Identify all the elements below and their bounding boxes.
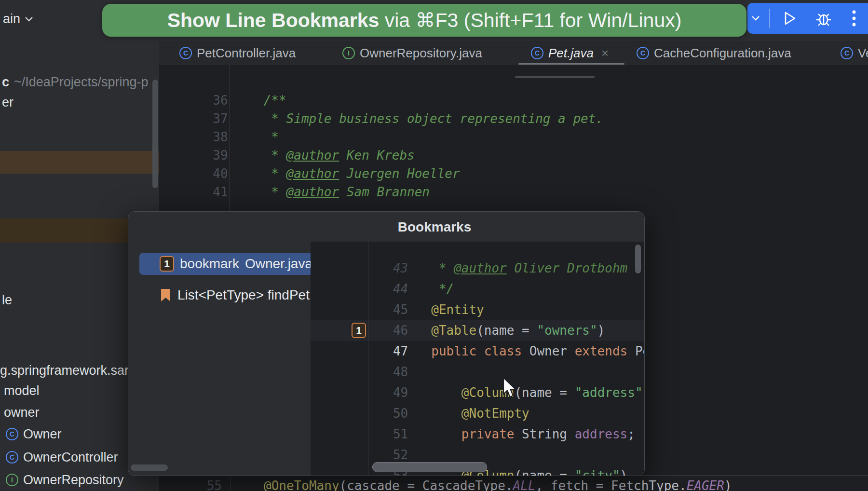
line-number: 55 — [159, 477, 222, 491]
ide-window: c ~/IdeaProjects/spring-p er le g.spring… — [0, 0, 868, 491]
mnemonic-badge: 1 — [352, 323, 366, 338]
tab-cacheconfiguration[interactable]: C CacheConfiguration.java — [637, 41, 791, 65]
popup-title: Bookmarks — [128, 219, 644, 235]
project-root-name: c — [2, 72, 9, 92]
project-row-partial[interactable]: er — [2, 93, 161, 112]
bookmark-label: bookmark — [180, 256, 239, 272]
interface-icon: I — [342, 47, 355, 59]
preview-line: 51 private String address; — [311, 403, 644, 424]
more-icon[interactable] — [852, 10, 856, 27]
project-scrollbar[interactable] — [152, 80, 158, 188]
editor-divider-line — [646, 333, 868, 333]
bookmark-list-item-selected[interactable]: 1 bookmark Owner.java — [139, 253, 331, 275]
branch-selector[interactable]: ain — [3, 12, 33, 27]
editor-line: 41 * @author Sam Brannen — [159, 164, 868, 183]
class-icon: C — [6, 428, 18, 440]
editor-tab-bar: C PetController.java I OwnerRepository.j… — [159, 41, 868, 65]
class-icon: C — [179, 47, 192, 59]
banner-text: via ⌘F3 (Shift+F11 for Win/Linux) — [379, 4, 681, 37]
mouse-cursor — [502, 377, 518, 399]
project-row-label: le — [2, 290, 12, 310]
editor-line: 37 * Simple business object representing… — [159, 91, 868, 109]
editor-line: 40 * @author Juergen Hoeller — [159, 146, 868, 164]
code-line: @OneToMany(cascade = CascadeType.ALL, fe… — [264, 477, 732, 491]
preview-line: 49 @Column(name = "address") — [311, 362, 644, 382]
tab-label: OwnerRepository.java — [360, 46, 482, 61]
preview-line: 46@Table(name = "owners") — [311, 300, 644, 320]
editor-line: 39 * @author Ken Krebs — [159, 128, 868, 146]
active-tab-underline — [518, 63, 624, 65]
project-root-row[interactable]: c ~/IdeaProjects/spring-p — [2, 72, 161, 92]
banner-bold-text: Show Line Bookmarks — [167, 4, 380, 37]
editor-gutter-separator — [230, 476, 231, 491]
chevron-down-icon — [25, 17, 33, 22]
tab-label: Ve — [858, 46, 868, 61]
preview-horizontal-scrollbar[interactable] — [372, 462, 487, 472]
bookmark-label: List<PetType> findPet — [177, 287, 310, 303]
preview-vertical-scrollbar[interactable] — [635, 245, 641, 273]
list-horizontal-scrollbar[interactable] — [131, 464, 168, 471]
class-icon: C — [6, 451, 18, 464]
editor-top-scrollbar[interactable] — [515, 76, 595, 78]
bookmark-list-item[interactable]: List<PetType> findPet — [139, 283, 332, 307]
tab-pet-active[interactable]: C Pet.java × — [531, 41, 609, 65]
tab-label: PetController.java — [197, 46, 296, 61]
bookmark-preview-pane[interactable]: 43 * @author Oliver Drotbohm 44 */ 45@En… — [311, 242, 644, 476]
project-row-label: er — [2, 93, 14, 112]
class-icon: C — [637, 47, 649, 59]
bookmark-flag-icon — [161, 288, 171, 302]
preview-line: 45@Entity — [311, 279, 644, 300]
bookmarks-popup: Bookmarks 1 bookmark Owner.java List<Pet… — [128, 211, 645, 476]
debug-icon[interactable] — [815, 10, 832, 27]
project-row-label: owner — [4, 403, 40, 422]
preview-line: 52 — [311, 424, 644, 445]
got-it-tooltip-banner[interactable]: Show Line Bookmarks via ⌘F3 (Shift+F11 f… — [102, 4, 746, 37]
close-icon[interactable]: × — [601, 46, 609, 61]
preview-line: 50 @NotEmpty — [311, 382, 644, 403]
interface-icon: I — [6, 474, 18, 486]
bookmark-file: Owner.java — [245, 256, 312, 272]
project-row-label: model — [4, 381, 40, 400]
class-icon: C — [841, 47, 853, 59]
project-row-label: g.springframework.sar — [0, 361, 129, 380]
branch-name: ain — [3, 12, 20, 27]
preview-line: 43 * @author Oliver Drotbohm — [311, 242, 644, 258]
preview-line: 48 — [311, 341, 644, 362]
class-icon: C — [531, 47, 543, 59]
tab-petcontroller[interactable]: C PetController.java — [179, 41, 296, 65]
tab-label: CacheConfiguration.java — [654, 46, 791, 61]
project-highlight-band-1[interactable] — [0, 151, 159, 174]
chevron-down-icon[interactable] — [751, 15, 760, 21]
project-row-label: OwnerController — [23, 448, 118, 467]
preview-line: 44 */ — [311, 258, 644, 279]
divider — [769, 9, 770, 28]
tab-label: Pet.java — [548, 46, 594, 61]
run-icon[interactable] — [781, 10, 798, 27]
editor-bottom-strip: 55 @OneToMany(cascade = CascadeType.ALL,… — [159, 475, 868, 491]
editor-line: 36/** — [159, 73, 868, 91]
project-row-label: Owner — [23, 424, 62, 444]
line-number: 41 — [190, 183, 228, 201]
editor-line: 38 * — [159, 109, 868, 128]
tab-vet-partial[interactable]: C Ve — [841, 41, 868, 65]
run-widget — [747, 3, 868, 34]
project-root-path: ~/IdeaProjects/spring-p — [14, 72, 148, 92]
tab-ownerrepository[interactable]: I OwnerRepository.java — [342, 41, 482, 65]
project-row-label: OwnerRepository — [23, 470, 124, 490]
mnemonic-badge: 1 — [160, 256, 174, 272]
